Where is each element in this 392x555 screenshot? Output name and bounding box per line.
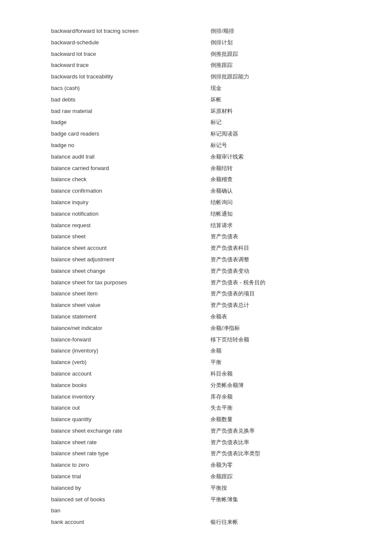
table-row: backward lot trace倒推批跟踪 [51,49,341,60]
table-row: balance sheet rate type资产负债表比率类型 [51,448,341,460]
english-term: balance sheet adjustment [51,254,210,266]
table-row: balance books分类帐余额簿 [51,380,341,391]
english-term: balance sheet exchange rate [51,425,210,437]
table-row: balance notification结帐通知 [51,208,341,220]
chinese-term: 倒推跟踪 [210,60,341,71]
table-row: bad debts坏帐 [51,94,341,106]
english-term: bacs (cash) [51,83,210,94]
chinese-term: 倒排/顺排 [210,26,341,37]
english-term: balance (inventory) [51,345,210,357]
table-row: balanced set of books平衡帐簿集 [51,494,341,506]
table-row: balance-forward移下页结转余额 [51,334,341,346]
english-term: balance to zero [51,460,210,471]
english-term: balance sheet item [51,288,210,300]
chinese-term: 坏帐 [210,94,341,106]
table-row: badge标记 [51,117,341,128]
english-term: balance books [51,380,210,391]
table-row: balance/net indicator余额/净指标 [51,323,341,334]
chinese-term: 资产负债表比率 [210,437,341,448]
english-term: bad debts [51,94,210,106]
english-term: badge no [51,140,210,151]
english-term: balance inquiry [51,197,210,208]
english-term: balance sheet change [51,266,210,277]
english-term: balance audit trail [51,151,210,163]
table-row: ban [51,505,341,517]
table-row: balance sheet account资产负债表科目 [51,243,341,254]
english-term: badge [51,117,210,128]
english-term: balance sheet for tax purposes [51,277,210,289]
table-row: balance sheet adjustment资产负债表调整 [51,254,341,266]
table-row: balance sheet change资产负债表变动 [51,266,341,277]
chinese-term: 资产负债表总计 [210,300,341,311]
chinese-term: 余额为零 [210,460,341,471]
english-term: balance (verb) [51,357,210,368]
english-term: balance request [51,220,210,231]
english-term: backward lot trace [51,49,210,60]
english-term: balance/net indicator [51,323,210,334]
chinese-term: 标记号 [210,140,341,151]
table-row: badge card readers标记阅读器 [51,128,341,140]
chinese-term: 倒推批跟踪 [210,49,341,60]
table-row: bad raw material坏原材料 [51,106,341,117]
table-row: balance statement余额表 [51,311,341,323]
table-row: balance (inventory)余额 [51,345,341,357]
chinese-term: 资产负债表兑换率 [210,425,341,437]
table-row: bacs (cash)现金 [51,83,341,94]
chinese-term: 平衡帐簿集 [210,494,341,506]
chinese-term: 标记 [210,117,341,128]
chinese-term: 库存余额 [210,391,341,403]
chinese-term: 资产负债表的项目 [210,288,341,300]
english-term: balanced by [51,483,210,494]
english-term: backward-schedule [51,37,210,49]
table-row: balance quantity余额数量 [51,414,341,425]
chinese-term: 分类帐余额簿 [210,380,341,391]
english-term: balance carried forward [51,163,210,174]
chinese-term: 科目余额 [210,368,341,380]
chinese-term: 银行往来帐 [210,517,341,528]
english-term: balance confirmation [51,185,210,197]
chinese-term: 结算请求 [210,220,341,231]
chinese-term: 余额结转 [210,163,341,174]
table-row: balanced by平衡按 [51,483,341,494]
glossary-table: backward/forward lot tracing screen倒排/顺排… [51,26,341,528]
chinese-term: 标记阅读器 [210,128,341,140]
english-term: balance inventory [51,391,210,403]
chinese-term: 资产负债表科目 [210,243,341,254]
english-term: backward trace [51,60,210,71]
chinese-term [210,505,341,517]
table-row: balance confirmation余额确认 [51,185,341,197]
table-row: backward-schedule倒排计划 [51,37,341,49]
english-term: backward/forward lot tracing screen [51,26,210,37]
chinese-term: 现金 [210,83,341,94]
english-term: balance sheet rate [51,437,210,448]
english-term: balance-forward [51,334,210,346]
english-term: balance account [51,368,210,380]
table-row: balance trial余额跟踪 [51,471,341,483]
chinese-term: 资产负债表变动 [210,266,341,277]
chinese-term: 余额表 [210,311,341,323]
table-row: balance account科目余额 [51,368,341,380]
table-row: badge no标记号 [51,140,341,151]
chinese-term: 余额确认 [210,185,341,197]
english-term: balance trial [51,471,210,483]
chinese-term: 余额审计线索 [210,151,341,163]
table-row: balance inventory库存余额 [51,391,341,403]
english-term: balance notification [51,208,210,220]
table-row: balance out失去平衡 [51,402,341,414]
chinese-term: 余额跟踪 [210,471,341,483]
chinese-term: 余额稽查 [210,174,341,185]
english-term: backwards lot traceability [51,71,210,83]
chinese-term: 平衡 [210,357,341,368]
chinese-term: 余额/净指标 [210,323,341,334]
english-term: balance sheet account [51,243,210,254]
chinese-term: 平衡按 [210,483,341,494]
chinese-term: 资产负债表调整 [210,254,341,266]
table-row: balance sheet item资产负债表的项目 [51,288,341,300]
table-row: bank account银行往来帐 [51,517,341,528]
table-row: backward trace倒推跟踪 [51,60,341,71]
chinese-term: 结帐询问 [210,197,341,208]
english-term: balance quantity [51,414,210,425]
chinese-term: 坏原材料 [210,106,341,117]
english-term: bank account [51,517,210,528]
chinese-term: 移下页结转余额 [210,334,341,346]
